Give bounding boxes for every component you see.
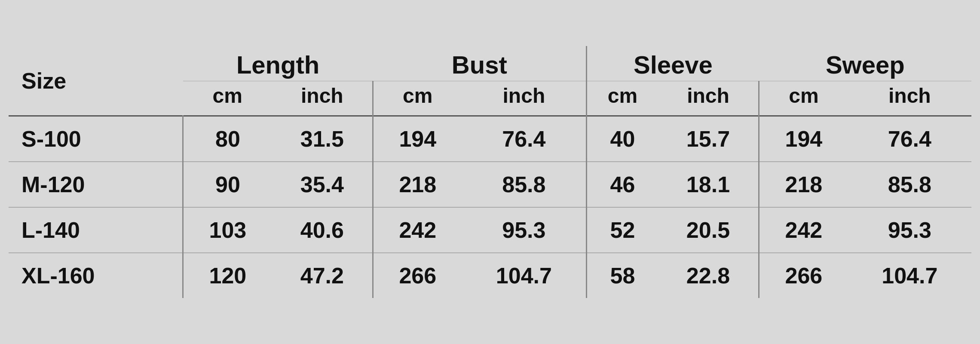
- sleeve-inch-cell: 15.7: [658, 116, 759, 162]
- sleeve-inch-cell: 20.5: [658, 207, 759, 253]
- sweep-cm-cell: 242: [759, 207, 848, 253]
- length-cm-cell: 80: [183, 116, 272, 162]
- bust-inch-cell: 104.7: [462, 253, 587, 298]
- sleeve-inch-cell: 22.8: [658, 253, 759, 298]
- size-cell: L-140: [9, 207, 183, 253]
- length-cm-cell: 90: [183, 162, 272, 207]
- bust-cm-cell: 218: [373, 162, 462, 207]
- table-row: XL-16012047.2266104.75822.8266104.7: [9, 253, 971, 298]
- length-column-header: Length: [183, 46, 373, 81]
- bust-column-header: Bust: [373, 46, 586, 81]
- sweep-cm-cell: 218: [759, 162, 848, 207]
- bust-cm-cell: 266: [373, 253, 462, 298]
- bust-inch-cell: 85.8: [462, 162, 587, 207]
- bust-cm-cell: 194: [373, 116, 462, 162]
- size-cell: M-120: [9, 162, 183, 207]
- size-cell: XL-160: [9, 253, 183, 298]
- sweep-cm-header: cm: [759, 81, 848, 116]
- bust-inch-header: inch: [462, 81, 587, 116]
- sweep-inch-cell: 76.4: [848, 116, 971, 162]
- sweep-inch-header: inch: [848, 81, 971, 116]
- sleeve-cm-cell: 46: [587, 162, 658, 207]
- length-inch-cell: 47.2: [272, 253, 373, 298]
- length-cm-cell: 103: [183, 207, 272, 253]
- length-inch-cell: 31.5: [272, 116, 373, 162]
- length-inch-cell: 40.6: [272, 207, 373, 253]
- bust-cm-header: cm: [373, 81, 462, 116]
- sleeve-cm-cell: 52: [587, 207, 658, 253]
- sweep-column-header: Sweep: [759, 46, 971, 81]
- length-inch-cell: 35.4: [272, 162, 373, 207]
- size-column-header: Size: [9, 46, 183, 116]
- bust-inch-cell: 95.3: [462, 207, 587, 253]
- sweep-inch-cell: 85.8: [848, 162, 971, 207]
- sweep-cm-cell: 266: [759, 253, 848, 298]
- sleeve-column-header: Sleeve: [587, 46, 759, 81]
- sleeve-cm-header: cm: [587, 81, 658, 116]
- table-row: M-1209035.421885.84618.121885.8: [9, 162, 971, 207]
- size-cell: S-100: [9, 116, 183, 162]
- length-cm-header: cm: [183, 81, 272, 116]
- bust-inch-cell: 76.4: [462, 116, 587, 162]
- size-chart-container: Size Length Bust Sleeve Sweep cm inch cm…: [9, 46, 971, 298]
- sleeve-inch-cell: 18.1: [658, 162, 759, 207]
- table-row: S-1008031.519476.44015.719476.4: [9, 116, 971, 162]
- length-cm-cell: 120: [183, 253, 272, 298]
- sweep-inch-cell: 95.3: [848, 207, 971, 253]
- sleeve-cm-cell: 58: [587, 253, 658, 298]
- length-inch-header: inch: [272, 81, 373, 116]
- bust-cm-cell: 242: [373, 207, 462, 253]
- sweep-cm-cell: 194: [759, 116, 848, 162]
- size-chart-table: Size Length Bust Sleeve Sweep cm inch cm…: [9, 46, 971, 298]
- sleeve-inch-header: inch: [658, 81, 759, 116]
- sweep-inch-cell: 104.7: [848, 253, 971, 298]
- sleeve-cm-cell: 40: [587, 116, 658, 162]
- table-row: L-14010340.624295.35220.524295.3: [9, 207, 971, 253]
